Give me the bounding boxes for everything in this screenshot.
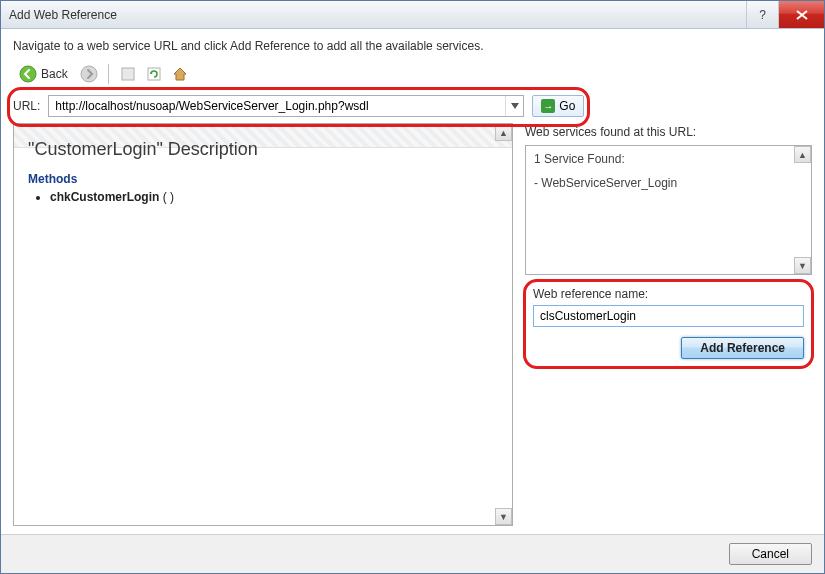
- titlebar: Add Web Reference ?: [1, 1, 824, 29]
- close-button[interactable]: [778, 1, 824, 28]
- go-arrow-icon: →: [541, 99, 555, 113]
- home-button[interactable]: [169, 63, 191, 85]
- window-title: Add Web Reference: [9, 8, 746, 22]
- method-item[interactable]: chkCustomerLogin ( ): [50, 190, 498, 204]
- url-combobox[interactable]: [48, 95, 524, 117]
- services-found-label: Web services found at this URL:: [525, 123, 812, 139]
- scroll-down-button[interactable]: ▼: [495, 508, 512, 525]
- url-input[interactable]: [49, 96, 505, 116]
- right-panel: Web services found at this URL: ▲ ▼ 1 Se…: [513, 123, 812, 526]
- services-listbox[interactable]: ▲ ▼ 1 Service Found: - WebServiceServer_…: [525, 145, 812, 275]
- svg-point-0: [20, 66, 36, 82]
- instruction-text: Navigate to a web service URL and click …: [1, 29, 824, 61]
- chevron-down-icon: [511, 103, 519, 109]
- refname-label: Web reference name:: [533, 287, 804, 301]
- go-button[interactable]: → Go: [532, 95, 584, 117]
- method-params: ( ): [163, 190, 174, 204]
- url-label: URL:: [13, 99, 40, 113]
- svg-point-1: [81, 66, 97, 82]
- reference-name-block: Web reference name: Add Reference: [525, 281, 812, 367]
- service-heading: "CustomerLogin" Description: [28, 139, 498, 160]
- list-scroll-up-button[interactable]: ▲: [794, 146, 811, 163]
- nav-toolbar: Back: [1, 61, 824, 91]
- forward-button[interactable]: [78, 63, 100, 85]
- svg-rect-2: [122, 68, 134, 80]
- back-arrow-icon: [19, 65, 37, 83]
- main-area: ▲ ▼ "CustomerLogin" Description Methods …: [1, 123, 824, 534]
- refresh-button[interactable]: [143, 63, 165, 85]
- stop-button[interactable]: [117, 63, 139, 85]
- svg-rect-3: [148, 68, 160, 80]
- dialog-body: Navigate to a web service URL and click …: [1, 29, 824, 573]
- refname-input[interactable]: [533, 305, 804, 327]
- back-label: Back: [41, 67, 68, 81]
- titlebar-buttons: ?: [746, 1, 824, 28]
- services-summary: 1 Service Found:: [534, 152, 803, 166]
- method-name: chkCustomerLogin: [50, 190, 159, 204]
- add-reference-button[interactable]: Add Reference: [681, 337, 804, 359]
- toolbar-separator: [108, 64, 109, 84]
- url-dropdown-button[interactable]: [505, 96, 523, 116]
- list-scroll-down-button[interactable]: ▼: [794, 257, 811, 274]
- go-label: Go: [559, 99, 575, 113]
- dialog-footer: Cancel: [1, 534, 824, 573]
- service-list-item[interactable]: - WebServiceServer_Login: [534, 176, 803, 190]
- home-icon: [172, 66, 188, 82]
- stop-icon: [120, 66, 136, 82]
- dialog-window: Add Web Reference ? Navigate to a web se…: [0, 0, 825, 574]
- back-button[interactable]: Back: [13, 63, 74, 85]
- methods-heading: Methods: [28, 172, 498, 186]
- refresh-icon: [146, 66, 162, 82]
- close-icon: [796, 10, 808, 20]
- help-button[interactable]: ?: [746, 1, 778, 28]
- url-row: URL: → Go: [1, 91, 824, 123]
- forward-arrow-icon: [80, 65, 98, 83]
- preview-content: "CustomerLogin" Description Methods chkC…: [14, 124, 512, 216]
- cancel-button[interactable]: Cancel: [729, 543, 812, 565]
- service-preview-pane: ▲ ▼ "CustomerLogin" Description Methods …: [13, 123, 513, 526]
